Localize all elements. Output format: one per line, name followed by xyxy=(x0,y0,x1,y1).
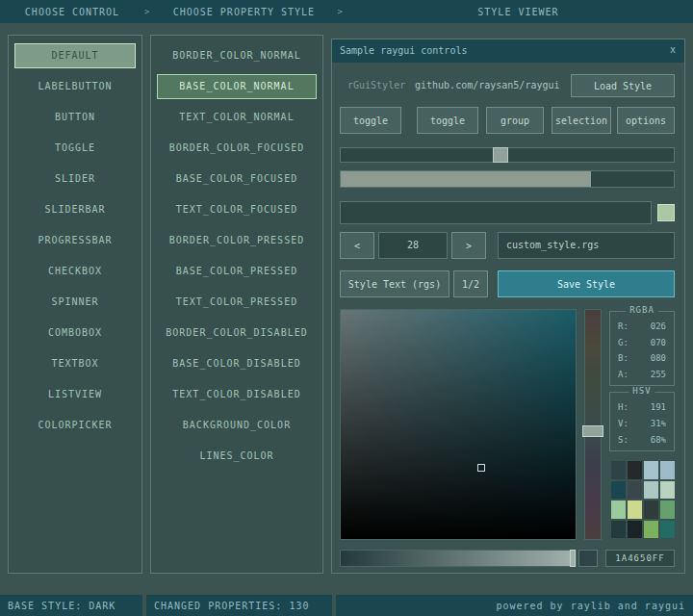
palette-swatch[interactable] xyxy=(628,461,642,479)
control-item-sliderbar[interactable]: SLIDERBAR xyxy=(14,197,136,222)
property-item-text_color_focused[interactable]: TEXT_COLOR_FOCUSED xyxy=(157,197,317,222)
palette-swatch[interactable] xyxy=(644,500,658,519)
palette-swatch[interactable] xyxy=(660,481,675,500)
property-item-border_color_normal[interactable]: BORDER_COLOR_NORMAL xyxy=(157,43,317,68)
control-item-spinner[interactable]: SPINNER xyxy=(14,290,136,315)
sample-slider[interactable] xyxy=(340,147,675,163)
palette-swatch[interactable] xyxy=(611,481,626,500)
sample-window: Sample raygui controls x rGuiStyler gith… xyxy=(331,38,685,574)
palette-swatch[interactable] xyxy=(660,521,675,539)
slider-handle[interactable] xyxy=(493,147,508,163)
rgba-group-title: RGBA xyxy=(626,305,658,315)
save-style-button[interactable]: Save Style xyxy=(498,270,675,297)
controls-panel: DEFAULTLABELBUTTONBUTTONTOGGLESLIDERSLID… xyxy=(8,35,142,574)
control-item-checkbox[interactable]: CHECKBOX xyxy=(14,259,136,284)
hsv-group-title: HSV xyxy=(629,386,654,396)
status-powered-by: powered by raylib and raygui xyxy=(336,595,693,616)
control-item-toggle[interactable]: TOGGLE xyxy=(14,136,136,161)
window-titlebar[interactable]: Sample raygui controls x xyxy=(332,39,684,63)
value-row: V:31% xyxy=(618,419,666,428)
breadcrumb-choose-property-style: CHOOSE PROPERTY STYLE xyxy=(150,7,337,17)
value-row: S:68% xyxy=(618,435,666,445)
palette-swatch[interactable] xyxy=(628,500,642,519)
spinner-decrement-button[interactable]: < xyxy=(340,232,374,259)
control-item-listview[interactable]: LISTVIEW xyxy=(14,382,136,407)
control-item-default[interactable]: DEFAULT xyxy=(14,43,136,68)
rgba-group: RGBA R:026G:070B:080A:255 xyxy=(609,311,675,386)
value-row: A:255 xyxy=(618,370,666,379)
filename-textbox[interactable]: custom_style.rgs xyxy=(498,232,675,259)
property-item-base_color_focused[interactable]: BASE_COLOR_FOCUSED xyxy=(157,167,317,192)
color-picker-panel[interactable] xyxy=(340,309,577,540)
spinner-value[interactable]: 28 xyxy=(378,232,448,259)
hsv-group: HSV H:191V:31%S:68% xyxy=(609,392,675,451)
sample-textbox[interactable] xyxy=(340,201,652,224)
alpha-slider[interactable] xyxy=(340,550,577,567)
style-text-toggle[interactable]: Style Text (rgs) xyxy=(340,270,449,297)
toggle-button-selection[interactable]: selection xyxy=(552,107,611,134)
breadcrumb-style-viewer: STYLE VIEWER xyxy=(344,7,693,17)
value-row: B:080 xyxy=(618,353,666,363)
control-item-textbox[interactable]: TEXTBOX xyxy=(14,351,136,376)
toggle-button-group[interactable]: group xyxy=(486,107,544,134)
status-base-style: BASE STYLE: DARK xyxy=(0,595,142,616)
property-item-lines_color[interactable]: LINES_COLOR xyxy=(157,444,317,469)
property-item-base_color_disabled[interactable]: BASE_COLOR_DISABLED xyxy=(157,351,317,376)
control-item-progressbar[interactable]: PROGRESSBAR xyxy=(14,228,136,253)
alpha-slider-handle[interactable] xyxy=(570,550,576,567)
control-item-colorpicker[interactable]: COLORPICKER xyxy=(14,413,136,438)
property-item-text_color_pressed[interactable]: TEXT_COLOR_PRESSED xyxy=(157,290,317,315)
palette-swatch[interactable] xyxy=(644,461,658,479)
palette-swatch[interactable] xyxy=(628,481,642,500)
close-icon[interactable]: x xyxy=(665,43,680,59)
value-row: R:026 xyxy=(618,321,666,331)
control-item-combobox[interactable]: COMBOBOX xyxy=(14,321,136,346)
status-bar: BASE STYLE: DARK CHANGED PROPERTIES: 130… xyxy=(0,595,693,616)
palette-swatch[interactable] xyxy=(644,481,658,500)
palette-swatch[interactable] xyxy=(611,521,626,539)
progressbar-fill xyxy=(341,171,591,187)
value-row: G:070 xyxy=(618,338,666,347)
control-item-labelbutton[interactable]: LABELBUTTON xyxy=(14,74,136,99)
property-item-base_color_normal[interactable]: BASE_COLOR_NORMAL xyxy=(157,74,317,99)
palette-swatch[interactable] xyxy=(611,500,626,519)
spinner-increment-button[interactable]: > xyxy=(451,232,486,259)
palette-swatch[interactable] xyxy=(628,521,642,539)
rgba-values: R:026G:070B:080A:255 xyxy=(618,321,666,379)
hue-slider[interactable] xyxy=(584,309,602,540)
property-item-base_color_pressed[interactable]: BASE_COLOR_PRESSED xyxy=(157,259,317,284)
toggle-button-toggle[interactable]: toggle xyxy=(340,107,401,134)
color-palette xyxy=(611,461,675,538)
text-color-chip[interactable] xyxy=(657,204,675,221)
property-item-text_color_normal[interactable]: TEXT_COLOR_NORMAL xyxy=(157,105,317,130)
breadcrumb-bar: CHOOSE CONTROL > CHOOSE PROPERTY STYLE >… xyxy=(0,0,693,23)
value-row: H:191 xyxy=(618,402,666,412)
styler-label: rGuiStyler xyxy=(347,74,405,97)
toggle-button-options[interactable]: options xyxy=(617,107,675,134)
palette-swatch[interactable] xyxy=(611,461,626,479)
control-item-slider[interactable]: SLIDER xyxy=(14,167,136,192)
hex-value-textbox[interactable]: 1A4650FF xyxy=(605,550,675,567)
toggle-button-toggle[interactable]: toggle xyxy=(417,107,478,134)
property-item-text_color_disabled[interactable]: TEXT_COLOR_DISABLED xyxy=(157,382,317,407)
hsv-values: H:191V:31%S:68% xyxy=(618,402,666,445)
breadcrumb-choose-control: CHOOSE CONTROL xyxy=(0,7,144,17)
color-preview-box[interactable] xyxy=(578,550,598,567)
load-style-button[interactable]: Load Style xyxy=(571,74,675,97)
property-item-background_color[interactable]: BACKGROUND_COLOR xyxy=(157,413,317,438)
property-item-border_color_focused[interactable]: BORDER_COLOR_FOCUSED xyxy=(157,136,317,161)
properties-list: BORDER_COLOR_NORMALBASE_COLOR_NORMALTEXT… xyxy=(157,43,317,469)
palette-swatch[interactable] xyxy=(660,500,675,519)
hue-slider-handle[interactable] xyxy=(582,425,603,437)
control-item-button[interactable]: BUTTON xyxy=(14,105,136,130)
color-picker-cursor[interactable] xyxy=(477,464,485,472)
page-toggle[interactable]: 1/2 xyxy=(453,270,488,297)
palette-swatch[interactable] xyxy=(660,461,675,479)
palette-swatch[interactable] xyxy=(644,521,658,539)
repo-link-label[interactable]: github.com/raysan5/raygui xyxy=(415,74,560,97)
controls-list: DEFAULTLABELBUTTONBUTTONTOGGLESLIDERSLID… xyxy=(14,43,136,438)
status-changed-properties: CHANGED PROPERTIES: 130 xyxy=(146,595,332,616)
property-item-border_color_pressed[interactable]: BORDER_COLOR_PRESSED xyxy=(157,228,317,253)
window-title: Sample raygui controls xyxy=(340,45,467,56)
property-item-border_color_disabled[interactable]: BORDER_COLOR_DISABLED xyxy=(157,321,317,346)
